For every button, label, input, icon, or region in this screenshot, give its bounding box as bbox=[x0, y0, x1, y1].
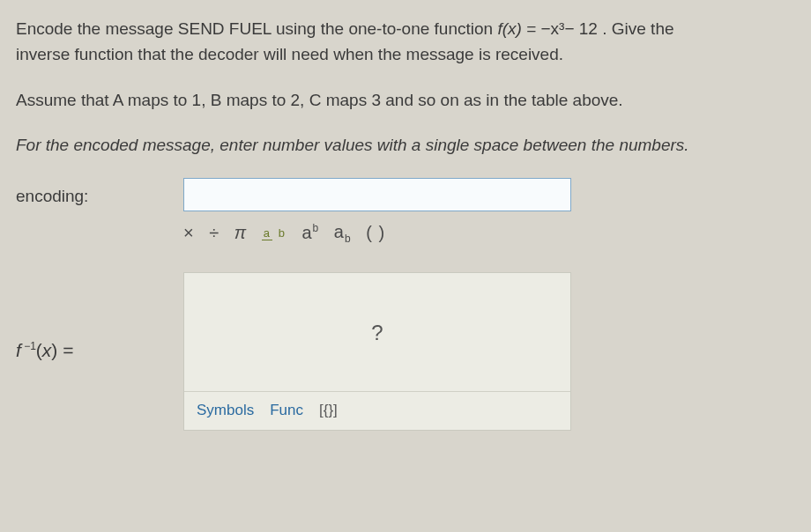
prompt-part-1b: . Give the bbox=[602, 19, 673, 38]
superscript-symbol[interactable]: ab bbox=[301, 219, 319, 247]
tab-func[interactable]: Func bbox=[270, 399, 303, 422]
function-rhs: −x³− 12 bbox=[540, 19, 597, 38]
pi-symbol[interactable]: π bbox=[234, 219, 247, 247]
symbol-palette: × ÷ π a b ab ab ( ) bbox=[183, 218, 795, 248]
paren-symbol[interactable]: ( ) bbox=[366, 219, 385, 247]
prompt-line-2: inverse function that the decoder will n… bbox=[16, 45, 563, 63]
inverse-placeholder: ? bbox=[184, 273, 570, 392]
inverse-row: f −1(x) = ? Symbols Func [{}] bbox=[16, 272, 795, 431]
tab-symbols[interactable]: Symbols bbox=[197, 399, 254, 422]
f-inverse-label: f −1(x) = bbox=[16, 340, 73, 360]
times-symbol[interactable]: × bbox=[183, 219, 195, 247]
editor-tabbar: Symbols Func [{}] bbox=[184, 391, 570, 429]
tab-sets[interactable]: [{}] bbox=[319, 399, 338, 422]
problem-statement: Encode the message SEND FUEL using the o… bbox=[16, 16, 795, 159]
subscript-symbol[interactable]: ab bbox=[334, 218, 352, 248]
instruction-text: For the encoded message, enter number va… bbox=[16, 132, 795, 158]
inverse-input-box[interactable]: ? Symbols Func [{}] bbox=[183, 272, 571, 431]
encoding-input[interactable] bbox=[183, 178, 571, 211]
fraction-symbol[interactable]: a b bbox=[262, 227, 287, 239]
prompt-part-1: Encode the message SEND FUEL using the o… bbox=[16, 19, 497, 38]
fraction-bottom: b bbox=[277, 226, 287, 240]
encoding-row: encoding: × ÷ π a b ab ab ( ) bbox=[16, 178, 795, 248]
encoding-label: encoding: bbox=[16, 187, 88, 205]
fraction-top: a bbox=[262, 226, 272, 240]
function-lhs: f(x) = bbox=[497, 19, 536, 38]
assumption-text: Assume that A maps to 1, B maps to 2, C … bbox=[16, 87, 795, 113]
divide-symbol[interactable]: ÷ bbox=[209, 219, 219, 247]
